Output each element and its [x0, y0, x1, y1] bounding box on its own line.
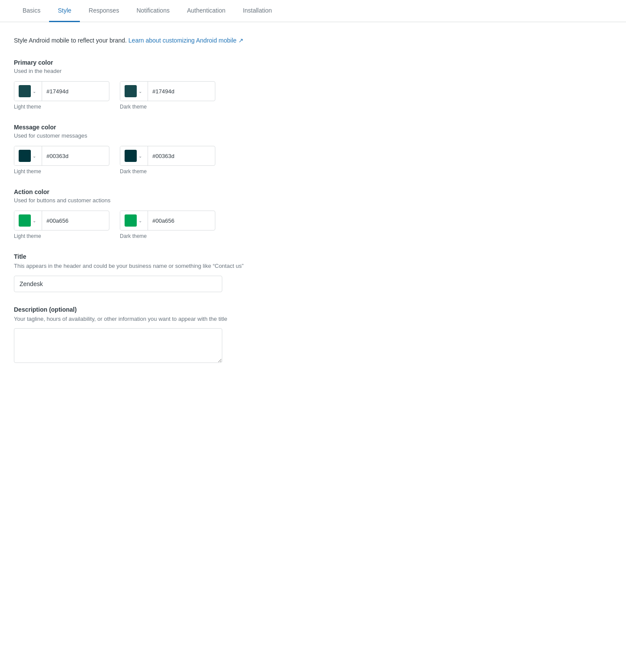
intro-text: Style Android mobile to reflect your bra…	[14, 36, 316, 45]
message-color-title: Message color	[14, 124, 316, 131]
action-color-light-input[interactable]	[42, 214, 109, 227]
primary-color-subtitle: Used in the header	[14, 68, 316, 74]
description-label-optional: (optional)	[47, 306, 77, 313]
message-color-dark-swatch	[125, 150, 137, 162]
message-color-light-input-wrapper: ⌄	[14, 146, 109, 166]
message-color-dark-swatch-btn[interactable]: ⌄	[120, 146, 148, 165]
action-color-subtitle: Used for buttons and customer actions	[14, 197, 316, 204]
message-color-light-group: ⌄ Light theme	[14, 146, 109, 175]
title-input[interactable]	[14, 276, 222, 292]
tab-style[interactable]: Style	[49, 0, 80, 22]
primary-color-light-chevron-icon: ⌄	[33, 89, 36, 94]
primary-color-row: ⌄ Light theme ⌄ Dark theme	[14, 81, 316, 110]
tab-authentication[interactable]: Authentication	[178, 0, 234, 22]
primary-color-dark-swatch	[125, 85, 137, 97]
primary-color-light-swatch	[19, 85, 31, 97]
action-color-dark-swatch	[125, 214, 137, 227]
message-color-dark-input[interactable]	[148, 149, 215, 163]
tab-notifications[interactable]: Notifications	[128, 0, 178, 22]
primary-color-dark-label: Dark theme	[120, 104, 215, 110]
action-color-row: ⌄ Light theme ⌄ Dark theme	[14, 211, 316, 239]
primary-color-dark-chevron-icon: ⌄	[138, 89, 142, 94]
action-color-title: Action color	[14, 188, 316, 195]
primary-color-dark-input[interactable]	[148, 85, 215, 98]
message-color-dark-label: Dark theme	[120, 168, 215, 175]
tab-basics[interactable]: Basics	[14, 0, 49, 22]
action-color-dark-group: ⌄ Dark theme	[120, 211, 215, 239]
main-content: Style Android mobile to reflect your bra…	[0, 22, 330, 392]
primary-color-dark-group: ⌄ Dark theme	[120, 81, 215, 110]
title-section-description: This appears in the header and could be …	[14, 262, 316, 270]
message-color-light-swatch	[19, 150, 31, 162]
action-color-dark-label: Dark theme	[120, 233, 215, 239]
action-color-light-swatch-btn[interactable]: ⌄	[14, 211, 42, 230]
title-section: Title This appears in the header and cou…	[14, 253, 316, 292]
primary-color-light-label: Light theme	[14, 104, 109, 110]
message-color-dark-group: ⌄ Dark theme	[120, 146, 215, 175]
message-color-section: Message color Used for customer messages…	[14, 124, 316, 175]
action-color-dark-chevron-icon: ⌄	[138, 218, 142, 223]
action-color-dark-input[interactable]	[148, 214, 215, 227]
message-color-light-chevron-icon: ⌄	[33, 154, 36, 158]
action-color-light-input-wrapper: ⌄	[14, 211, 109, 231]
tab-responses[interactable]: Responses	[80, 0, 128, 22]
primary-color-light-input[interactable]	[42, 85, 109, 98]
description-section-label: Description (optional)	[14, 306, 316, 313]
message-color-light-swatch-btn[interactable]: ⌄	[14, 146, 42, 165]
action-color-light-swatch	[19, 214, 31, 227]
primary-color-light-swatch-btn[interactable]: ⌄	[14, 82, 42, 101]
action-color-dark-input-wrapper: ⌄	[120, 211, 215, 231]
description-section-subtitle: Your tagline, hours of availability, or …	[14, 315, 316, 323]
description-section: Description (optional) Your tagline, hou…	[14, 306, 316, 365]
message-color-row: ⌄ Light theme ⌄ Dark theme	[14, 146, 316, 175]
primary-color-title: Primary color	[14, 59, 316, 66]
title-section-label: Title	[14, 253, 316, 260]
tab-installation[interactable]: Installation	[234, 0, 280, 22]
description-input[interactable]	[14, 328, 222, 363]
description-label-bold: Description	[14, 306, 47, 313]
action-color-light-chevron-icon: ⌄	[33, 218, 36, 223]
action-color-dark-swatch-btn[interactable]: ⌄	[120, 211, 148, 230]
primary-color-section: Primary color Used in the header ⌄ Light…	[14, 59, 316, 110]
message-color-dark-input-wrapper: ⌄	[120, 146, 215, 166]
intro-link[interactable]: Learn about customizing Android mobile ↗	[128, 37, 244, 44]
primary-color-light-input-wrapper: ⌄	[14, 81, 109, 101]
primary-color-dark-swatch-btn[interactable]: ⌄	[120, 82, 148, 101]
message-color-light-label: Light theme	[14, 168, 109, 175]
message-color-dark-chevron-icon: ⌄	[138, 154, 142, 158]
primary-color-dark-input-wrapper: ⌄	[120, 81, 215, 101]
tabs-bar: Basics Style Responses Notifications Aut…	[0, 0, 626, 22]
action-color-light-label: Light theme	[14, 233, 109, 239]
primary-color-light-group: ⌄ Light theme	[14, 81, 109, 110]
message-color-light-input[interactable]	[42, 149, 109, 163]
message-color-subtitle: Used for customer messages	[14, 132, 316, 139]
action-color-section: Action color Used for buttons and custom…	[14, 188, 316, 239]
action-color-light-group: ⌄ Light theme	[14, 211, 109, 239]
